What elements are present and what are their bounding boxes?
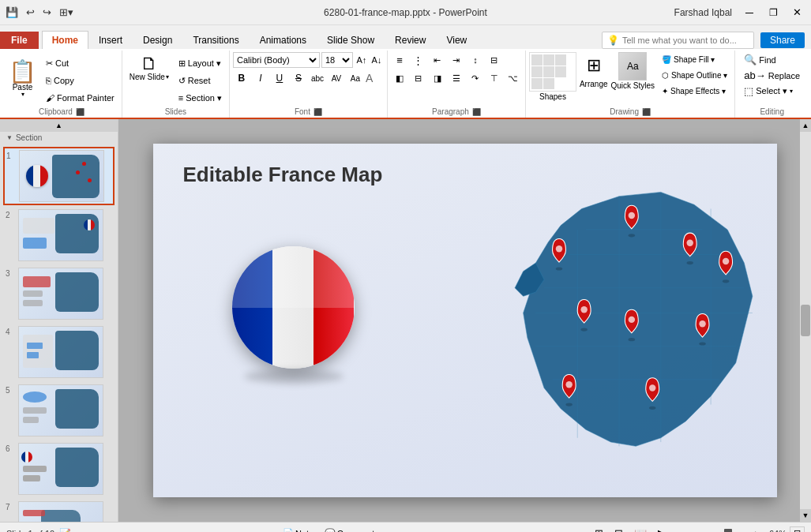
slide-img-1 <box>19 150 104 202</box>
increase-font-button[interactable]: A↑ <box>355 53 369 67</box>
shape-item[interactable] <box>543 78 554 89</box>
zoom-slider-thumb[interactable] <box>724 529 732 533</box>
redo-button[interactable]: ↪ <box>40 5 54 20</box>
align-left-button[interactable]: ◧ <box>391 70 408 86</box>
new-slide-button[interactable]: 🗋 New Slide ▾ <box>126 52 173 84</box>
justify-button[interactable]: ☰ <box>448 70 465 86</box>
window-title: 6280-01-france-map.pptx - PowerPoint <box>324 7 487 18</box>
bullets-button[interactable]: ≡ <box>391 52 408 68</box>
tab-view[interactable]: View <box>436 31 477 49</box>
vscroll-down[interactable]: ▼ <box>800 509 811 522</box>
shape-item[interactable] <box>543 54 554 66</box>
section-button[interactable]: ≡ Section ▾ <box>175 90 226 106</box>
shape-fill-button[interactable]: 🪣 Shape Fill ▾ <box>658 52 731 67</box>
slide-sorter-button[interactable]: ⊟ <box>610 526 627 532</box>
tell-me-input[interactable] <box>622 36 749 45</box>
slide-thumbnail-7[interactable]: 7 <box>3 499 115 522</box>
vscroll-thumb[interactable] <box>801 305 810 336</box>
shape-effects-button[interactable]: ✦ Shape Effects ▾ <box>658 84 731 99</box>
copy-button[interactable]: ⎘ Copy <box>42 73 118 88</box>
vscroll-up[interactable]: ▲ <box>800 119 811 132</box>
customize-qat-button[interactable]: ⊞▾ <box>57 5 76 20</box>
text-direction-button[interactable]: ↷ <box>467 70 484 86</box>
shapes-button[interactable]: Shapes <box>539 92 566 101</box>
slide-canvas[interactable]: Editable France Map <box>153 144 777 497</box>
font-expand-icon[interactable]: ⬛ <box>314 108 322 116</box>
select-caret: ▾ <box>790 88 793 95</box>
cut-button[interactable]: ✂ Cut <box>42 55 118 71</box>
tab-review[interactable]: Review <box>385 31 436 49</box>
slide-thumbnail-2[interactable]: 2 <box>3 207 115 264</box>
slide-thumbnail-6[interactable]: 6 <box>3 440 115 497</box>
shape-item[interactable] <box>555 66 566 77</box>
numbering-button[interactable]: ⋮ <box>410 52 427 68</box>
underline-button[interactable]: U <box>271 70 288 86</box>
slide-thumbnail-3[interactable]: 3 <box>3 265 115 322</box>
line-spacing-button[interactable]: ↕ <box>467 52 484 68</box>
shape-item[interactable] <box>531 54 543 66</box>
tab-animations[interactable]: Animations <box>250 31 317 49</box>
clipboard-expand-icon[interactable]: ⬛ <box>76 108 84 116</box>
reset-button[interactable]: ↺ Reset <box>175 73 226 88</box>
svg-point-16 <box>722 279 728 283</box>
quick-styles-button[interactable]: Aa <box>618 52 647 81</box>
normal-view-button[interactable]: ⊞ <box>591 526 607 532</box>
slide-thumbnail-5[interactable]: 5 <box>3 382 115 439</box>
svg-point-27 <box>649 384 655 391</box>
align-right-button[interactable]: ◨ <box>429 70 446 86</box>
bold-button[interactable]: B <box>233 70 250 86</box>
shape-outline-button[interactable]: ⬡ Shape Outline ▾ <box>658 68 731 83</box>
align-text-button[interactable]: ⊤ <box>486 70 503 86</box>
align-center-button[interactable]: ⊟ <box>410 70 427 86</box>
tab-insert[interactable]: Insert <box>88 31 133 49</box>
char-spacing-button[interactable]: AV <box>328 70 345 86</box>
comments-button[interactable]: 💬 Comments <box>325 528 379 532</box>
slide-thumbnail-4[interactable]: 4 <box>3 324 115 380</box>
select-button[interactable]: ⬚ Select ▾ ▾ <box>738 84 805 99</box>
change-case-button[interactable]: Aa <box>347 70 364 86</box>
save-button[interactable]: 💾 <box>3 5 21 20</box>
italic-button[interactable]: I <box>252 70 269 86</box>
shape-item[interactable] <box>543 66 554 77</box>
font-size-select[interactable]: 18 <box>321 52 353 68</box>
section-label[interactable]: ▼ Section <box>0 132 118 144</box>
strikethrough-button[interactable]: S <box>290 70 307 86</box>
shadow-button[interactable]: abc <box>309 70 326 86</box>
font-family-select[interactable]: Calibri (Body) <box>233 52 320 68</box>
columns-button[interactable]: ⊟ <box>486 52 503 68</box>
share-button[interactable]: Share <box>760 32 805 48</box>
format-painter-button[interactable]: 🖌 Format Painter <box>42 90 118 106</box>
shape-item[interactable] <box>555 54 566 66</box>
paragraph-expand-icon[interactable]: ⬛ <box>472 108 481 116</box>
notes-button[interactable]: 📄 Notes <box>283 528 318 532</box>
france-map[interactable] <box>469 179 769 463</box>
close-button[interactable]: ✕ <box>786 4 808 21</box>
undo-button[interactable]: ↩ <box>24 5 37 20</box>
slide-thumbnail-1[interactable]: 1 <box>3 147 115 205</box>
tab-file[interactable]: File <box>0 32 39 49</box>
drawing-expand-icon[interactable]: ⬛ <box>642 108 651 116</box>
decrease-indent-button[interactable]: ⇤ <box>429 52 446 68</box>
layout-button[interactable]: ⊞ Layout ▾ <box>175 55 226 71</box>
shape-item[interactable] <box>531 66 543 77</box>
reading-view-button[interactable]: 📖 <box>630 526 651 532</box>
decrease-font-button[interactable]: A↓ <box>370 53 384 67</box>
fit-slide-button[interactable]: ⊡ <box>790 526 805 533</box>
tab-transitions[interactable]: Transitions <box>182 31 249 49</box>
arrange-button[interactable]: ⊞ <box>584 52 604 79</box>
convert-to-smartart-button[interactable]: ⌥ <box>505 70 522 86</box>
shape-item[interactable] <box>531 78 543 89</box>
increase-indent-button[interactable]: ⇥ <box>448 52 465 68</box>
slide-panel-scroll-up[interactable]: ▲ <box>0 119 118 132</box>
paste-button[interactable]: 📋 Paste ▾ <box>5 58 40 101</box>
replace-button[interactable]: ab→ Replace <box>738 68 805 83</box>
tab-slideshow[interactable]: Slide Show <box>317 31 385 49</box>
slideshow-button[interactable]: ▶ <box>654 526 670 532</box>
tell-me-box[interactable]: 💡 <box>602 32 754 49</box>
minimize-button[interactable]: ─ <box>738 4 760 21</box>
tab-home[interactable]: Home <box>42 31 88 49</box>
restore-button[interactable]: ❐ <box>762 4 784 21</box>
tab-design[interactable]: Design <box>133 31 182 49</box>
find-button[interactable]: 🔍 Find <box>738 52 805 67</box>
font-color-button[interactable]: A <box>366 72 373 84</box>
